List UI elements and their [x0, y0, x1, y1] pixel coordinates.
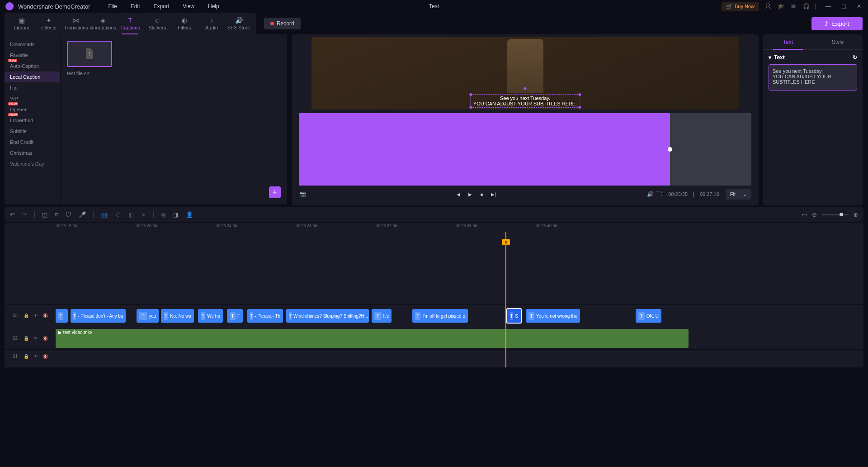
text-track-content[interactable]: TT- Please don't.- Any baTyouTNo. No waT…	[56, 305, 863, 327]
eye-icon[interactable]: 👁	[33, 336, 38, 341]
prev-frame-icon[interactable]: ◀	[457, 192, 460, 197]
fullscreen-icon[interactable]: ⛶	[656, 191, 663, 198]
rotate-handle[interactable]	[524, 87, 526, 90]
tab-style[interactable]: Style	[813, 34, 863, 49]
caption-clip[interactable]: T- Please don't.- Any ba	[71, 309, 126, 323]
menu-file[interactable]: File	[108, 3, 117, 10]
resize-handle[interactable]	[578, 106, 581, 109]
play-icon[interactable]: ▶	[468, 192, 472, 197]
zoom-out-icon[interactable]: ⊖	[812, 211, 817, 218]
avatar-icon[interactable]: 👤	[186, 211, 193, 218]
eye-icon[interactable]: 👁	[33, 354, 38, 359]
caption-clip[interactable]: TIt's	[372, 309, 392, 323]
fit-select[interactable]: Fit ⌄	[726, 189, 751, 200]
caption-clip[interactable]: TI'm off to get pissed o	[412, 309, 468, 323]
subtitle-overlay[interactable]: See you next Tuesday. YOU CAN ADJUST YOU…	[470, 94, 580, 108]
help-icon[interactable]: 🎓	[777, 3, 784, 10]
sidebar-item-end-credit[interactable]: End Credit	[5, 137, 60, 148]
tab-captions[interactable]: TCaptions	[117, 13, 144, 34]
mute-icon[interactable]: 🔇	[42, 313, 48, 318]
empty-track-content[interactable]	[56, 350, 863, 363]
progress-bar[interactable]	[299, 113, 751, 186]
zoom-slider[interactable]	[821, 214, 849, 215]
menu-help[interactable]: Help	[208, 3, 219, 10]
transform-icon[interactable]: ◉	[161, 211, 166, 218]
caption-clip[interactable]: Tyou	[137, 309, 159, 323]
tab-stickers[interactable]: ☺Stickers	[144, 13, 171, 34]
mail-icon[interactable]: ✉	[790, 3, 797, 10]
lock-icon[interactable]: 🔒	[24, 313, 29, 318]
sidebar-item-hot[interactable]: Hot	[5, 82, 60, 93]
crop-icon[interactable]: ◫	[42, 211, 47, 218]
lock-icon[interactable]: 🔒	[24, 336, 29, 341]
tab-audio[interactable]: ♪Audio	[198, 13, 225, 34]
redo-icon[interactable]: ↷	[22, 211, 27, 218]
marker-icon[interactable]: 🛡	[66, 211, 71, 218]
sidebar-item-christmas[interactable]: Christmas	[5, 148, 60, 158]
zoom-thumb[interactable]	[840, 213, 843, 216]
resize-handle[interactable]	[469, 93, 472, 96]
progress-thumb[interactable]	[668, 147, 672, 152]
tab-filters[interactable]: ◐Filters	[171, 13, 198, 34]
sidebar-item-auto-caption[interactable]: BetaAuto-Caption	[5, 61, 60, 71]
video-clip[interactable]: ▶ test video.mkv	[56, 329, 689, 348]
resize-handle[interactable]	[469, 106, 472, 109]
tab-sfx[interactable]: 🔊SFX Store	[225, 13, 252, 34]
add-button[interactable]: +	[269, 186, 281, 198]
menu-view[interactable]: View	[183, 3, 194, 10]
next-frame-icon[interactable]: ▶|	[491, 192, 496, 197]
minimize-icon[interactable]: —	[825, 3, 832, 10]
headset-icon[interactable]: 🎧	[802, 3, 810, 10]
subtitle-textarea[interactable]: See you next Tuesday. YOU CAN ADJUST YOU…	[769, 64, 857, 91]
user-icon[interactable]	[764, 3, 772, 10]
fit-timeline-icon[interactable]: ▭	[802, 211, 807, 218]
export-button[interactable]: ⤴ Export	[811, 17, 863, 30]
mask-icon[interactable]: ◨	[173, 211, 179, 218]
video-preview[interactable]: See you next Tuesday. YOU CAN ADJUST YOU…	[311, 37, 739, 110]
lock-icon[interactable]: 🔒	[24, 354, 29, 359]
video-track-content[interactable]: ▶ test video.mkv	[56, 327, 863, 349]
reset-icon[interactable]: ↻	[853, 54, 857, 61]
caption-clip[interactable]: T	[56, 309, 68, 323]
voiceover-icon[interactable]: 🎤	[79, 211, 86, 218]
split-icon[interactable]: ⧈	[55, 211, 58, 218]
undo-icon[interactable]: ↶	[10, 211, 15, 218]
tab-annotations[interactable]: ◈Annotations	[90, 13, 117, 34]
menu-edit[interactable]: Edit	[131, 3, 140, 10]
sidebar-item-subtitle[interactable]: Subtitle	[5, 126, 60, 137]
snapshot-icon[interactable]: 📷	[299, 191, 306, 198]
caption-clip[interactable]: T- Please.- Th	[247, 309, 283, 323]
close-icon[interactable]: ✕	[855, 3, 863, 10]
caption-clip[interactable]: TOK. U	[636, 309, 661, 323]
caption-clip[interactable]: TYou're not wrong the	[526, 309, 580, 323]
timeline-ruler[interactable]: 00:23:16:0000:23:20:0000:23:24:0000:23:2…	[5, 223, 863, 232]
srt-file-thumb[interactable]: T	[67, 41, 112, 67]
caption-clip[interactable]: TWind chimes? Slurping? Sniffing?H...	[286, 309, 369, 323]
sidebar-item-lowerthird[interactable]: NEWLowerthird	[5, 115, 60, 126]
stop-icon[interactable]: ■	[480, 192, 483, 197]
sidebar-item-valentine-s-day[interactable]: Valentine's Day	[5, 158, 60, 169]
zoom-in-icon[interactable]: ⊕	[853, 211, 858, 218]
tab-text[interactable]: Text	[763, 34, 813, 49]
caption-clip[interactable]: TS	[506, 308, 522, 324]
maximize-icon[interactable]: ▢	[840, 3, 847, 10]
sidebar-item-downloads[interactable]: Downloads	[5, 39, 60, 50]
tab-effects[interactable]: ✦Effects	[35, 13, 62, 34]
tab-library[interactable]: ▣Library	[8, 13, 35, 34]
mute-icon[interactable]: 🔇	[42, 354, 48, 359]
speed-icon[interactable]: ⏱	[115, 211, 121, 218]
resize-handle[interactable]	[578, 93, 581, 96]
record-button[interactable]: Record	[264, 18, 301, 29]
sidebar-item-local-caption[interactable]: Local Caption	[5, 71, 60, 82]
text-section-header[interactable]: ▾ Text ↻	[769, 54, 857, 61]
cursor-icon[interactable]: ➤	[141, 211, 146, 218]
tab-transitions[interactable]: ⋈Transitions	[62, 13, 90, 34]
caption-clip[interactable]: TWe ha	[198, 309, 223, 323]
group-icon[interactable]: 👥	[101, 211, 108, 218]
eye-icon[interactable]: 👁	[33, 313, 38, 318]
menu-export[interactable]: Export	[153, 3, 169, 10]
volume-icon[interactable]: 🔊	[646, 191, 654, 198]
buy-now-button[interactable]: 🛒 Buy Now	[722, 2, 759, 11]
adjust-icon[interactable]: ◧	[128, 211, 134, 218]
caption-clip[interactable]: TNo. No wa	[161, 309, 194, 323]
